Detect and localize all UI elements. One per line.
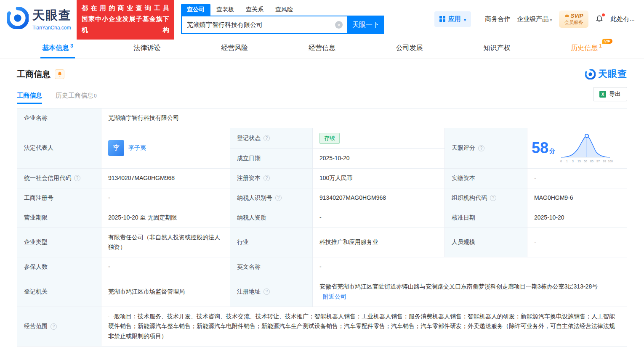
tab-company-development[interactable]: 公司发展 <box>392 38 427 58</box>
notifications-button[interactable] <box>595 15 604 23</box>
value-english-name: - <box>313 257 627 277</box>
svip-sublabel: 会员服务 <box>564 19 583 26</box>
search-tab-relation[interactable]: 查关系 <box>240 4 269 16</box>
tab-count: 1 <box>599 43 602 49</box>
tab-business-info[interactable]: 经营信息 <box>304 38 340 58</box>
section-title: 工商信息 <box>17 69 51 80</box>
legal-rep-avatar[interactable]: 李 <box>108 140 124 156</box>
subscribe-bell-button[interactable] <box>55 69 64 79</box>
svg-text:100: 100 <box>608 160 613 163</box>
label-legal-representative: 法定代表人 <box>17 128 101 169</box>
value-org-code: MAG0HGM9-6 <box>527 188 627 208</box>
main-content: 工商信息 天眼查 工商信息 历史工商信息0 <box>0 68 644 347</box>
tianyancha-watermark: 天眼查 <box>585 68 627 80</box>
label-insured-count: 参保人数 <box>17 257 101 277</box>
value-business-scope: 一般项目：技术服务、技术开发、技术咨询、技术交流、技术转让、技术推广；智能机器人… <box>101 307 627 347</box>
label-registered-address: 注册地址 <box>230 277 313 307</box>
tab-legal-proceedings[interactable]: 法律诉讼 <box>129 38 165 58</box>
nearby-companies-link[interactable]: 附近公司 <box>323 293 346 300</box>
nav-business-cooperation[interactable]: 商务合作 <box>485 15 510 23</box>
subtab-business-registration[interactable]: 工商信息 <box>17 92 42 104</box>
clear-icon[interactable] <box>335 21 343 29</box>
value-tianyan-score[interactable]: 58分 0 1 3 15 50 85 97 99 100 <box>527 128 627 169</box>
svg-text:0: 0 <box>560 160 562 163</box>
header-right-nav: 应用 商务合作 企业级产品 SVIP 会员服务 此处有... <box>434 11 637 28</box>
search-tabs: 查公司 查老板 查关系 查风险 <box>181 4 384 16</box>
score-distribution-chart: 0 1 3 15 50 85 97 99 100 <box>558 131 613 165</box>
svg-text:97: 97 <box>596 160 600 163</box>
value-industry: 科技推广和应用服务业 <box>313 228 445 258</box>
crown-icon <box>564 13 569 18</box>
company-nav-tabs: 基本信息 3 法律诉讼 经营风险 经营信息 公司发展 知识产权 历史信息 1 V… <box>0 38 644 58</box>
tianyancha-logo[interactable]: 天眼查 TianYanCha.com <box>7 7 72 31</box>
search-input[interactable] <box>182 21 335 29</box>
nav-enterprise-products[interactable]: 企业级产品 <box>517 15 552 23</box>
help-icon[interactable] <box>490 195 496 201</box>
help-icon[interactable] <box>263 288 270 295</box>
chevron-down-icon <box>550 16 552 23</box>
bell-icon <box>57 71 63 77</box>
svg-text:15: 15 <box>577 160 581 163</box>
label-business-term: 营业期限 <box>17 208 101 228</box>
label-registration-number: 工商注册号 <box>17 188 101 208</box>
svg-text:50: 50 <box>584 160 587 163</box>
logo-text-cn: 天眼查 <box>32 7 72 24</box>
help-icon[interactable] <box>478 145 484 151</box>
label-business-scope: 经营范围 <box>17 307 101 347</box>
legal-rep-link[interactable]: 李子夷 <box>128 143 146 153</box>
promo-banner-line2: 国家中小企业发展子基金旗下机构 <box>82 13 169 36</box>
label-registration-status: 登记状态 <box>230 128 313 149</box>
search-tab-risk[interactable]: 查风险 <box>269 4 299 16</box>
label-registered-capital: 注册资本 <box>230 169 313 188</box>
tab-intellectual-property[interactable]: 知识产权 <box>479 38 515 58</box>
help-icon[interactable] <box>74 175 80 181</box>
label-establish-date: 成立日期 <box>230 149 313 169</box>
tab-basic-info[interactable]: 基本信息 3 <box>38 38 77 58</box>
tab-operational-risk[interactable]: 经营风险 <box>217 38 252 58</box>
svip-membership-button[interactable]: SVIP 会员服务 <box>559 11 589 28</box>
apps-menu-label: 应用 <box>448 15 461 23</box>
label-industry: 行业 <box>230 228 313 258</box>
search-tab-company[interactable]: 查公司 <box>181 4 210 16</box>
score-marker <box>585 134 588 138</box>
value-staff-size: - <box>527 228 627 258</box>
apps-menu-button[interactable]: 应用 <box>434 11 471 27</box>
logo-text-en: TianYanCha.com <box>32 25 72 31</box>
user-menu[interactable]: 此处有... <box>610 15 635 23</box>
divider <box>478 14 478 24</box>
tianyancha-watermark-icon <box>585 69 596 79</box>
tab-history-info[interactable]: 历史信息 1 VIP <box>567 38 606 58</box>
help-icon[interactable] <box>51 323 57 330</box>
svip-label: SVIP <box>571 13 583 19</box>
excel-icon <box>599 91 606 98</box>
help-icon[interactable] <box>263 175 270 181</box>
label-org-code: 组织机构代码 <box>445 188 527 208</box>
value-registration-number: - <box>101 188 230 208</box>
value-legal-representative: 李 李子夷 <box>101 128 230 169</box>
label-company-name: 企业名称 <box>17 109 101 128</box>
promo-banner-line1: 都在用的商业查询工具 <box>82 3 169 13</box>
subtab-history-registration[interactable]: 历史工商信息0 <box>56 92 97 104</box>
value-registration-authority: 芜湖市鸠江区市场监督管理局 <box>101 277 230 307</box>
value-registration-status: 存续 <box>313 128 445 149</box>
apps-grid-icon <box>439 16 445 22</box>
value-registered-capital: 100万人民币 <box>313 169 445 188</box>
value-company-name: 芜湖熵宇智行科技有限公司 <box>101 109 627 128</box>
search-button[interactable]: 天眼一下 <box>348 16 384 34</box>
search-tab-boss[interactable]: 查老板 <box>210 4 240 16</box>
label-taxpayer-id: 纳税人识别号 <box>230 188 313 208</box>
label-english-name: 英文名称 <box>230 257 313 277</box>
search-box <box>181 16 348 34</box>
export-button[interactable]: 导出 <box>593 87 627 101</box>
help-icon[interactable] <box>263 135 270 141</box>
label-credit-code: 统一社会信用代码 <box>17 169 101 188</box>
label-company-type: 企业类型 <box>17 228 101 258</box>
score-number: 58分 <box>532 140 555 156</box>
value-establish-date: 2025-10-20 <box>313 149 445 169</box>
value-business-term: 2025-10-20 至 无固定期限 <box>101 208 230 228</box>
svg-text:3: 3 <box>572 160 574 163</box>
help-icon[interactable] <box>275 195 282 201</box>
label-tianyan-score: 天眼评分 <box>445 128 527 169</box>
svg-text:85: 85 <box>590 160 593 163</box>
notification-dot <box>602 13 605 16</box>
